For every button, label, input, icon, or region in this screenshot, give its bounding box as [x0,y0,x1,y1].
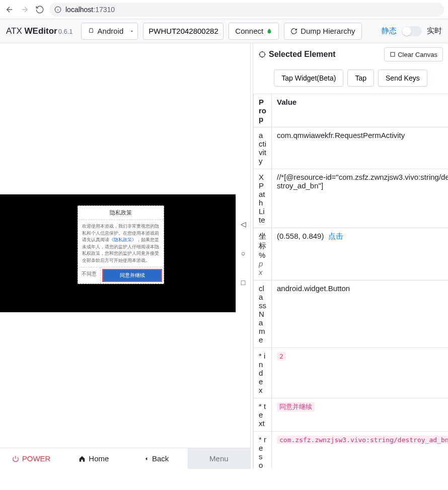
nav-home-circle-icon[interactable]: ○ [241,249,245,257]
table-row: * text同意并继续 [254,398,449,432]
clear-label: Clear Canvas [398,51,437,58]
coord-click-link[interactable]: 点击 [328,232,343,240]
disagree-button[interactable]: 不同意 [78,267,101,284]
main-area: ◁ ○ □ 隐私政策 欢迎使用本游戏，我们非常重视您的隐私和个人信息保护。在您使… [0,43,448,469]
left-pane: ◁ ○ □ 隐私政策 欢迎使用本游戏，我们非常重视您的隐私和个人信息保护。在您使… [0,43,250,469]
nav-back-triangle-icon[interactable]: ◁ [241,220,246,228]
privacy-link[interactable]: 《隐私政策》 [109,237,136,242]
menu-label: Menu [209,454,229,463]
selected-element-title: Selected Element [258,50,380,59]
nav-recent-square-icon[interactable]: □ [241,278,245,287]
clear-canvas-button[interactable]: Clear Canvas [384,47,443,61]
send-keys-button[interactable]: Send Keys [378,69,427,87]
agree-button[interactable]: 同意并继续 [102,269,162,282]
header-value: Value [272,94,449,127]
nav-forward-icon[interactable] [19,4,30,15]
dialog-body: 欢迎使用本游戏，我们非常重视您的隐私和个人信息保护。在您使用本游戏前请先认真阅读… [78,220,164,267]
table-row: * resourceIdcom.zsfz.zwnzjsw3.vivo:strin… [254,432,449,469]
refresh-icon[interactable] [34,4,45,15]
svg-rect-4 [391,52,395,56]
tap-button[interactable]: Tap [347,69,374,87]
device-view[interactable]: ◁ ○ □ 隐私政策 欢迎使用本游戏，我们非常重视您的隐私和个人信息保护。在您使… [0,43,250,448]
device-nav-bar: ◁ ○ □ [236,194,250,312]
table-row: * index2 [254,348,449,398]
url-bar[interactable]: localhost:17310 [49,3,444,17]
home-button[interactable]: Home [62,448,125,469]
svg-point-3 [260,52,265,57]
table-row: XPathLite//*[@resource-id="com.zsfz.zwnz… [254,169,449,228]
device-input[interactable] [143,23,223,40]
app-toolbar: ATX WEditor0.6.1 Android Connect Dump Hi… [0,19,448,43]
table-row: activitycom.qmwiawekfr.RequestPermActivi… [254,127,449,169]
dump-label: Dump Hierarchy [301,27,355,35]
header-prop: Prop [254,94,272,127]
connect-button[interactable]: Connect [229,23,279,40]
info-icon [54,6,61,13]
svg-point-2 [92,29,92,30]
power-label: POWER [22,454,51,463]
chevron-down-icon [129,29,134,34]
connect-label: Connect [235,27,263,35]
status-static: 静态 [382,26,397,36]
properties-table: PropValue activitycom.qmwiawekfr.Request… [253,94,448,469]
chevron-left-icon [144,455,149,462]
leaf-icon [266,28,272,34]
platform-label: Android [98,27,124,35]
power-icon [12,455,19,462]
tap-widget-button[interactable]: Tap Widget(Beta) [274,69,343,87]
crosshair-icon [258,50,266,58]
status-realtime: 实时 [427,26,442,36]
bottom-nav: POWER Home Back Menu [0,448,250,469]
url-text: localhost:17310 [65,6,115,14]
dump-hierarchy-button[interactable]: Dump Hierarchy [284,23,361,40]
home-icon [79,455,86,462]
menu-button[interactable]: Menu [188,448,250,469]
privacy-dialog: 隐私政策 欢迎使用本游戏，我们非常重视您的隐私和个人信息保护。在您使用本游戏前请… [78,205,164,284]
app-title: ATX WEditor0.6.1 [6,26,73,36]
back-button[interactable]: Back [125,448,188,469]
home-label: Home [89,454,109,463]
svg-point-1 [90,29,91,30]
table-row: 坐标 % px(0.558, 0.849) 点击 [254,228,449,281]
android-icon [88,28,95,35]
back-label: Back [152,454,169,463]
square-icon [390,51,396,57]
table-row: classNameandroid.widget.Button [254,281,449,348]
platform-dropdown[interactable]: Android [81,23,138,40]
dialog-title: 隐私政策 [78,206,164,220]
power-button[interactable]: POWER [0,448,62,469]
realtime-toggle[interactable] [402,26,422,36]
refresh-icon [290,28,297,35]
right-pane: Selected Element Clear Canvas Tap Widget… [253,43,448,469]
nav-back-icon[interactable] [4,4,15,15]
browser-bar: localhost:17310 [0,0,448,19]
